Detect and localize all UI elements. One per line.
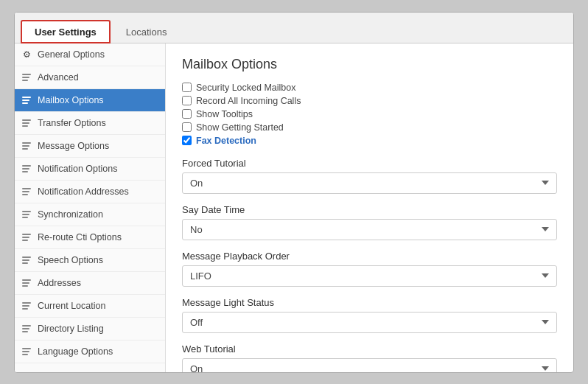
sidebar-label-directory-listing: Directory Listing — [38, 324, 104, 334]
field-select-web-tutorial[interactable]: OnOff — [182, 358, 557, 372]
lines-icon — [21, 277, 32, 289]
tab-bar: User SettingsLocations — [15, 13, 573, 43]
checkbox-row-fax-detection[interactable]: Fax Detection — [182, 136, 557, 146]
sidebar-item-transfer-options[interactable]: Transfer Options — [15, 112, 165, 135]
sidebar-label-mailbox-options: Mailbox Options — [38, 95, 104, 105]
sidebar-item-speech-options[interactable]: Speech Options — [15, 249, 165, 272]
sidebar-label-advanced: Advanced — [38, 72, 79, 83]
field-section-message-playback-order: Message Playback OrderLIFOFIFO — [182, 251, 557, 287]
checkbox-show-getting-started[interactable] — [182, 122, 192, 132]
field-select-forced-tutorial[interactable]: OnOff — [182, 172, 557, 194]
checkbox-row-show-tooltips[interactable]: Show Tooltips — [182, 109, 557, 119]
sidebar-label-speech-options: Speech Options — [38, 255, 103, 265]
field-label-message-light-status: Message Light Status — [182, 297, 557, 308]
sidebar-label-notification-options: Notification Options — [38, 164, 117, 174]
lines-icon — [21, 300, 32, 312]
sidebar-label-current-location: Current Location — [38, 301, 105, 311]
checkbox-row-record-incoming[interactable]: Record All Incoming Calls — [182, 96, 557, 106]
sidebar-label-general-options: General Options — [38, 49, 105, 60]
tab-user-settings[interactable]: User Settings — [21, 20, 111, 43]
checkbox-label-fax-detection: Fax Detection — [196, 136, 256, 146]
field-section-web-tutorial: Web TutorialOnOff — [182, 343, 557, 372]
sidebar-item-addresses[interactable]: Addresses — [15, 272, 165, 295]
checkbox-row-security-locked[interactable]: Security Locked Mailbox — [182, 83, 557, 93]
content-title: Mailbox Options — [182, 57, 557, 72]
lines-icon — [21, 209, 32, 220]
checkbox-security-locked[interactable] — [182, 83, 192, 92]
lines-icon — [21, 254, 32, 266]
sidebar: ⚙General OptionsAdvancedMailbox OptionsT… — [15, 43, 166, 372]
sidebar-label-addresses: Addresses — [38, 278, 81, 288]
lines-icon — [21, 186, 32, 198]
checkbox-label-show-getting-started: Show Getting Started — [196, 122, 284, 133]
field-select-message-playback-order[interactable]: LIFOFIFO — [182, 265, 557, 287]
field-label-forced-tutorial: Forced Tutorial — [182, 158, 557, 169]
checkbox-fax-detection[interactable] — [182, 136, 192, 145]
lines-icon — [21, 94, 32, 106]
sidebar-item-mailbox-options[interactable]: Mailbox Options — [15, 89, 165, 112]
field-select-message-light-status[interactable]: OffOn — [182, 312, 557, 333]
main-layout: ⚙General OptionsAdvancedMailbox OptionsT… — [15, 43, 573, 372]
checkbox-label-show-tooltips: Show Tooltips — [196, 109, 253, 119]
sidebar-item-message-options[interactable]: Message Options — [15, 135, 165, 158]
checkbox-label-record-incoming: Record All Incoming Calls — [196, 96, 301, 106]
main-container: User SettingsLocations ⚙General OptionsA… — [14, 12, 574, 373]
checkbox-row-show-getting-started[interactable]: Show Getting Started — [182, 122, 557, 133]
checkbox-group: Security Locked MailboxRecord All Incomi… — [182, 83, 557, 146]
sidebar-item-reroute-cti[interactable]: Re-route Cti Options — [15, 226, 165, 249]
checkbox-label-security-locked: Security Locked Mailbox — [196, 83, 295, 93]
lines-icon — [21, 117, 32, 129]
sidebar-item-synchronization[interactable]: Synchronization — [15, 203, 165, 226]
sidebar-item-language-options[interactable]: Language Options — [15, 341, 165, 363]
field-select-say-date-time[interactable]: NoYes — [182, 219, 557, 240]
lines-icon — [21, 346, 32, 357]
field-section-say-date-time: Say Date TimeNoYes — [182, 204, 557, 240]
field-label-web-tutorial: Web Tutorial — [182, 343, 557, 355]
lines-icon — [21, 323, 32, 335]
gear-icon: ⚙ — [21, 49, 32, 60]
lines-icon — [21, 163, 32, 175]
field-label-message-playback-order: Message Playback Order — [182, 251, 557, 262]
sidebar-item-current-location[interactable]: Current Location — [15, 295, 165, 318]
lines-icon — [21, 71, 32, 83]
sidebar-label-message-options: Message Options — [38, 141, 109, 151]
sidebar-item-advanced[interactable]: Advanced — [15, 66, 165, 89]
tab-locations[interactable]: Locations — [112, 20, 181, 43]
content-area: Mailbox OptionsSecurity Locked MailboxRe… — [166, 43, 573, 372]
sidebar-label-transfer-options: Transfer Options — [38, 118, 106, 128]
lines-icon — [21, 231, 32, 243]
field-label-say-date-time: Say Date Time — [182, 204, 557, 215]
checkbox-show-tooltips[interactable] — [182, 109, 192, 119]
sidebar-label-synchronization: Synchronization — [38, 209, 103, 220]
sidebar-item-notification-options[interactable]: Notification Options — [15, 158, 165, 181]
sidebar-label-language-options: Language Options — [38, 346, 113, 357]
field-section-forced-tutorial: Forced TutorialOnOff — [182, 158, 557, 194]
sidebar-item-general-options[interactable]: ⚙General Options — [15, 43, 165, 66]
sidebar-item-directory-listing[interactable]: Directory Listing — [15, 318, 165, 341]
checkbox-record-incoming[interactable] — [182, 96, 192, 105]
sidebar-label-notification-addresses: Notification Addresses — [38, 186, 129, 197]
sidebar-label-reroute-cti: Re-route Cti Options — [38, 232, 122, 242]
field-section-message-light-status: Message Light StatusOffOn — [182, 297, 557, 333]
lines-icon — [21, 140, 32, 152]
sidebar-item-notification-addresses[interactable]: Notification Addresses — [15, 181, 165, 203]
